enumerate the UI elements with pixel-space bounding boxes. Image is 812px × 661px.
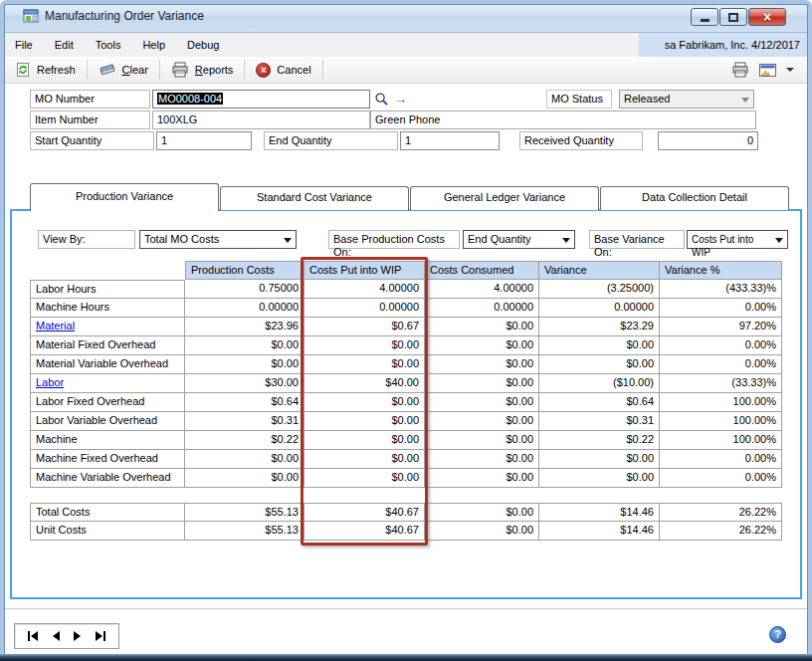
cell: $0.00 xyxy=(425,393,539,412)
row-label: Machine Fixed Overhead xyxy=(30,450,185,469)
table-gap xyxy=(30,488,782,503)
cell: $23.96 xyxy=(185,318,304,336)
cell: $0.00 xyxy=(425,450,539,469)
previous-record-button[interactable] xyxy=(53,629,60,643)
column-header: Costs Put into WIP xyxy=(304,261,425,280)
totals-cell: $55.13 xyxy=(185,503,304,522)
cell: 0.00% xyxy=(660,299,782,318)
cell: 4.00000 xyxy=(425,280,539,299)
mo-number-field[interactable]: MO0008-004 xyxy=(152,90,370,109)
cancel-button[interactable]: × Cancel xyxy=(245,58,321,82)
cell: $0.00 xyxy=(304,393,425,412)
cell: $30.00 xyxy=(185,374,304,393)
last-record-button[interactable] xyxy=(96,629,105,643)
base-variance-dropdown[interactable]: Costs Put into WIP xyxy=(687,230,788,249)
menu-edit[interactable]: Edit xyxy=(44,35,85,55)
cell: $0.00 xyxy=(425,355,539,374)
cell: (3.25000) xyxy=(539,280,660,299)
printer-icon xyxy=(171,62,189,78)
cell: $0.64 xyxy=(185,393,304,412)
totals-cell: $0.00 xyxy=(425,522,539,541)
column-header: Variance xyxy=(539,261,660,280)
tab-production-variance[interactable]: Production Variance xyxy=(30,183,219,211)
reports-button[interactable]: Reports xyxy=(160,58,245,82)
next-record-button[interactable] xyxy=(74,629,81,643)
cell: $0.00 xyxy=(304,412,425,431)
help-button[interactable]: ? xyxy=(769,626,786,643)
tab-data-collection-detail[interactable]: Data Collection Detail xyxy=(600,186,789,210)
row-label: Labor Hours xyxy=(30,280,185,299)
cell: 0.00% xyxy=(660,450,782,469)
cell: $0.31 xyxy=(185,412,304,431)
menu-help[interactable]: Help xyxy=(131,35,176,55)
menu-debug[interactable]: Debug xyxy=(176,35,230,55)
chevron-down-icon xyxy=(284,238,292,243)
row-link[interactable]: Labor xyxy=(30,374,185,393)
totals-cell: $40.67 xyxy=(304,503,425,522)
layout-window-icon[interactable] xyxy=(758,63,777,78)
row-label: Machine Variable Overhead xyxy=(30,469,185,488)
row-label: Labor Fixed Overhead xyxy=(30,393,185,412)
tab-general-ledger-variance[interactable]: General Ledger Variance xyxy=(410,186,599,210)
cell: $0.00 xyxy=(425,336,539,355)
minimize-button[interactable] xyxy=(691,8,718,26)
totals-cell: 26.22% xyxy=(660,503,782,522)
menu-file[interactable]: File xyxy=(4,35,44,55)
cell: (33.33)% xyxy=(660,374,782,393)
expansion-arrow-button[interactable]: → xyxy=(392,90,409,109)
item-description-field: Green Phone xyxy=(370,110,756,129)
toolbar-dropdown-icon[interactable] xyxy=(786,68,794,72)
mo-status-dropdown[interactable]: Released xyxy=(619,90,754,109)
chevron-down-icon xyxy=(562,238,570,243)
cell: $0.00 xyxy=(539,336,660,355)
cell: $0.00 xyxy=(539,450,660,469)
cell: $40.00 xyxy=(304,374,425,393)
tab-standard-cost-variance[interactable]: Standard Cost Variance xyxy=(220,186,409,210)
cell: (433.33)% xyxy=(660,280,782,299)
print-icon[interactable] xyxy=(731,62,749,78)
cell: 0.00000 xyxy=(304,299,425,318)
cell: $0.00 xyxy=(304,336,425,355)
cell: $0.00 xyxy=(185,469,304,488)
column-header: Costs Consumed xyxy=(425,261,539,280)
totals-cell: $55.13 xyxy=(185,522,304,541)
record-navigation xyxy=(14,623,119,649)
refresh-button[interactable]: Refresh xyxy=(4,58,87,82)
received-quantity-field: 0 xyxy=(658,131,758,150)
window-bottom-edge xyxy=(0,654,812,661)
row-label: Material Variable Overhead xyxy=(30,355,185,374)
view-by-dropdown[interactable]: Total MO Costs xyxy=(139,230,297,249)
clear-button[interactable]: Clear xyxy=(88,58,159,82)
cell: 0.00000 xyxy=(539,299,660,318)
base-production-costs-dropdown[interactable]: End Quantity xyxy=(463,230,575,249)
cell: $0.22 xyxy=(539,431,660,450)
statusbar-divider xyxy=(4,608,808,609)
mo-number-label: MO Number xyxy=(30,90,150,109)
user-company-date: sa Fabrikam, Inc. 4/12/2017 xyxy=(639,33,808,57)
row-label: Machine Hours xyxy=(30,299,185,318)
start-quantity-field[interactable]: 1 xyxy=(156,131,252,150)
totals-cell: $40.67 xyxy=(304,522,425,541)
menu-tools[interactable]: Tools xyxy=(85,35,132,55)
first-record-button[interactable] xyxy=(28,629,38,643)
close-button[interactable]: × xyxy=(748,8,786,26)
received-quantity-label: Received Quantity xyxy=(519,131,643,150)
cell: $0.00 xyxy=(539,355,660,374)
maximize-button[interactable] xyxy=(719,8,747,26)
cell: 0.00% xyxy=(660,469,782,488)
cell: $0.67 xyxy=(304,318,425,336)
totals-label: Unit Costs xyxy=(30,522,185,541)
toolbar: Refresh Clear Reports × Can xyxy=(4,57,808,84)
row-label: Material Fixed Overhead xyxy=(30,336,185,355)
totals-cell: $0.00 xyxy=(425,503,539,522)
cell: $0.00 xyxy=(425,469,539,488)
row-link[interactable]: Material xyxy=(30,318,185,336)
maximize-icon xyxy=(728,13,738,22)
lookup-button[interactable] xyxy=(372,90,391,109)
item-number-label: Item Number xyxy=(30,110,150,129)
end-quantity-field[interactable]: 1 xyxy=(400,131,500,150)
eraser-icon xyxy=(99,63,116,78)
column-header: Production Costs xyxy=(185,261,304,280)
item-number-field[interactable]: 100XLG xyxy=(152,110,370,129)
cell: $0.00 xyxy=(425,431,539,450)
